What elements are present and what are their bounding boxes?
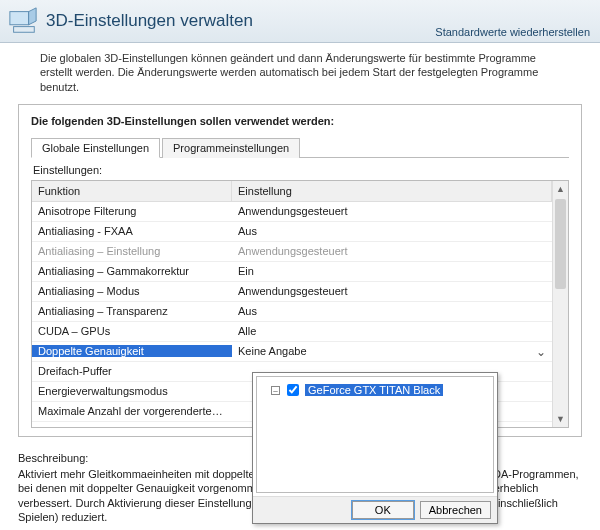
gpu-label[interactable]: GeForce GTX TITAN Black <box>305 384 443 396</box>
table-row[interactable]: Antialiasing – EinstellungAnwendungsgest… <box>32 242 552 262</box>
scroll-down-icon[interactable]: ▼ <box>553 411 568 427</box>
cell-setting[interactable]: Ein <box>232 265 552 277</box>
cell-function: Anisotrope Filterung <box>32 205 232 217</box>
gpu-select-popup: – GeForce GTX TITAN Black OK Abbrechen <box>252 372 498 524</box>
cell-function: Doppelte Genauigkeit <box>32 345 232 357</box>
column-function[interactable]: Funktion <box>32 181 232 201</box>
table-row[interactable]: Antialiasing – ModusAnwendungsgesteuert <box>32 282 552 302</box>
table-row[interactable]: Anisotrope FilterungAnwendungsgesteuert <box>32 202 552 222</box>
table-row[interactable]: Antialiasing – TransparenzAus <box>32 302 552 322</box>
settings-3d-icon <box>8 6 38 36</box>
cell-function: Antialiasing – Einstellung <box>32 245 232 257</box>
popup-button-bar: OK Abbrechen <box>253 496 497 523</box>
gpu-tree-item[interactable]: – GeForce GTX TITAN Black <box>261 381 489 399</box>
cell-setting[interactable]: Aus <box>232 305 552 317</box>
tab-global-settings[interactable]: Globale Einstellungen <box>31 138 160 158</box>
gpu-checkbox[interactable] <box>287 384 299 396</box>
cell-function: Antialiasing – Gammakorrektur <box>32 265 232 277</box>
tab-bar: Globale Einstellungen Programmeinstellun… <box>31 137 569 158</box>
column-setting[interactable]: Einstellung <box>232 181 552 201</box>
cell-function: Energieverwaltungsmodus <box>32 385 232 397</box>
cell-setting[interactable]: Anwendungsgesteuert <box>232 285 552 297</box>
tree-collapse-icon[interactable]: – <box>271 386 280 395</box>
cell-setting[interactable]: Anwendungsgesteuert <box>232 205 552 217</box>
cell-setting[interactable]: Aus <box>232 225 552 237</box>
settings-label: Einstellungen: <box>33 164 569 176</box>
scroll-thumb[interactable] <box>555 199 566 289</box>
svg-rect-2 <box>14 27 35 33</box>
cancel-button[interactable]: Abbrechen <box>420 501 491 519</box>
cell-setting[interactable]: Alle <box>232 325 552 337</box>
cell-function: Multi-Display/gemischte GPU-Beschleunigu… <box>32 425 232 427</box>
gpu-tree[interactable]: – GeForce GTX TITAN Black <box>256 376 494 493</box>
cell-setting[interactable]: Keine Angabe <box>232 345 552 357</box>
panel-title: Die folgenden 3D-Einstellungen sollen ve… <box>31 115 569 127</box>
table-scrollbar[interactable]: ▲ ▼ <box>552 181 568 427</box>
cell-function: Antialiasing – Modus <box>32 285 232 297</box>
table-row[interactable]: Antialiasing – GammakorrekturEin <box>32 262 552 282</box>
restore-defaults-link[interactable]: Standardwerte wiederherstellen <box>435 26 590 38</box>
svg-rect-0 <box>10 12 29 25</box>
cell-function: Antialiasing - FXAA <box>32 225 232 237</box>
tab-program-settings[interactable]: Programmeinstellungen <box>162 138 300 158</box>
cell-function: Maximale Anzahl der vorgerenderten Einz… <box>32 405 232 417</box>
intro-text: Die globalen 3D-Einstellungen können geä… <box>0 43 600 104</box>
table-row[interactable]: CUDA – GPUsAlle <box>32 322 552 342</box>
page-header: 3D-Einstellungen verwalten Standardwerte… <box>0 0 600 43</box>
table-row[interactable]: Antialiasing - FXAAAus <box>32 222 552 242</box>
table-header: Funktion Einstellung <box>32 181 552 202</box>
ok-button[interactable]: OK <box>352 501 414 519</box>
scroll-up-icon[interactable]: ▲ <box>553 181 568 197</box>
cell-function: Antialiasing – Transparenz <box>32 305 232 317</box>
cell-function: Dreifach-Puffer <box>32 365 232 377</box>
svg-marker-1 <box>29 8 37 25</box>
table-row[interactable]: Doppelte GenauigkeitKeine Angabe <box>32 342 552 362</box>
cell-function: CUDA – GPUs <box>32 325 232 337</box>
cell-setting[interactable]: Anwendungsgesteuert <box>232 245 552 257</box>
